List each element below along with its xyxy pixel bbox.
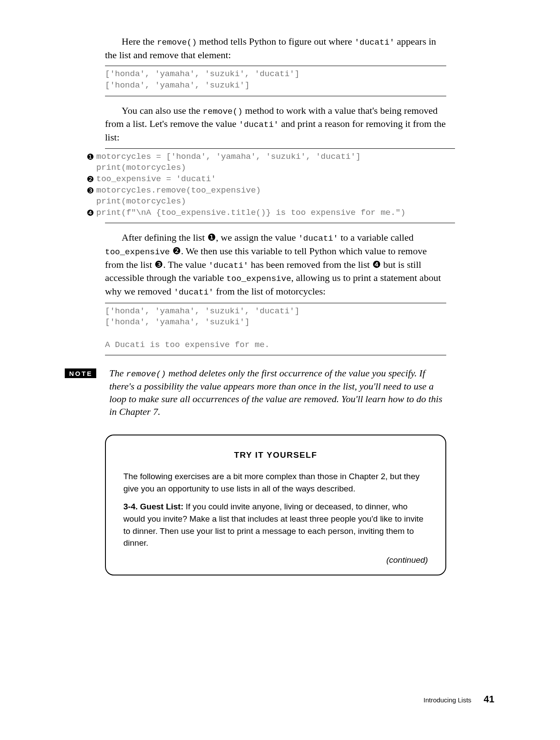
rule bbox=[105, 66, 446, 66]
inline-code: 'ducati' bbox=[298, 234, 338, 243]
inline-code: remove() bbox=[157, 38, 197, 47]
code-line: print(motorcycles) bbox=[96, 196, 446, 207]
note-label: NOTE bbox=[65, 368, 96, 378]
code-line: ❸motorcycles.remove(too_expensive) bbox=[96, 185, 446, 196]
paragraph-2: You can also use the remove() method to … bbox=[105, 104, 446, 144]
code-line: ❶motorcycles = ['honda', 'yamaha', 'suzu… bbox=[96, 151, 446, 163]
annotation-marker-blank bbox=[87, 196, 96, 207]
code-text: print(motorcycles) bbox=[96, 162, 186, 174]
rule bbox=[105, 148, 455, 149]
annotation-marker-1: ❶ bbox=[87, 151, 96, 163]
tiy-continued: (continued) bbox=[123, 555, 428, 565]
text: , we assign the value bbox=[216, 232, 298, 243]
try-it-yourself-box: TRY IT YOURSELF The following exercises … bbox=[105, 435, 446, 575]
code-text: motorcycles = ['honda', 'yamaha', 'suzuk… bbox=[96, 151, 360, 163]
page-content: Here the remove() method tells Python to… bbox=[61, 35, 499, 575]
rule bbox=[105, 303, 446, 303]
inline-code: remove() bbox=[203, 107, 242, 116]
code-text: print(motorcycles) bbox=[96, 196, 186, 207]
inline-marker-1: ❶ bbox=[207, 232, 216, 243]
inline-marker-3: ❸ bbox=[154, 259, 163, 270]
text: has been removed from the list bbox=[248, 259, 372, 270]
rule bbox=[105, 96, 446, 96]
text: method tells Python to figure out where bbox=[197, 36, 355, 47]
note-body: The remove() method deletes only the fir… bbox=[109, 367, 451, 418]
code-text: motorcycles.remove(too_expensive) bbox=[96, 185, 261, 196]
code-line: ❹print(f"\nA {too_expensive.title()} is … bbox=[96, 207, 446, 219]
note-block: NOTE The remove() method deletes only th… bbox=[61, 367, 499, 418]
inline-code: too_expensive bbox=[226, 274, 291, 284]
annotation-marker-2: ❷ bbox=[87, 174, 96, 185]
paragraph-3: After defining the list ❶, we assign the… bbox=[105, 231, 446, 298]
tiy-intro: The following exercises are a bit more c… bbox=[123, 470, 428, 495]
code-line: print(motorcycles) bbox=[96, 162, 446, 174]
text: After defining the list bbox=[122, 232, 207, 243]
text: The bbox=[109, 368, 126, 379]
annotation-marker-4: ❹ bbox=[87, 207, 96, 219]
text: You can also use the bbox=[122, 105, 203, 116]
output-block-1: ['honda', 'yamaha', 'suzuki', 'ducati'] … bbox=[105, 69, 446, 91]
tiy-title: TRY IT YOURSELF bbox=[123, 450, 428, 460]
inline-code: 'ducati' bbox=[354, 38, 394, 47]
tiy-exercise-3-4: 3-4. Guest List: If you could invite any… bbox=[123, 501, 428, 549]
rule bbox=[105, 355, 446, 355]
code-text: print(f"\nA {too_expensive.title()} is t… bbox=[96, 207, 406, 219]
body-column: Here the remove() method tells Python to… bbox=[105, 35, 446, 144]
text: Here the bbox=[122, 36, 157, 47]
text: to a variable called bbox=[338, 232, 413, 243]
inline-code: too_expensive bbox=[105, 247, 170, 257]
code-line: ❷too_expensive = 'ducati' bbox=[96, 174, 446, 185]
exercise-label: 3-4. Guest List: bbox=[123, 502, 183, 511]
paragraph-1: Here the remove() method tells Python to… bbox=[105, 35, 446, 61]
annotation-marker-blank bbox=[87, 162, 96, 174]
annotation-marker-3: ❸ bbox=[87, 185, 96, 196]
inline-marker-2: ❷ bbox=[172, 245, 181, 256]
text: . The value bbox=[163, 259, 208, 270]
code-text: too_expensive = 'ducati' bbox=[96, 174, 216, 185]
page-footer: Introducing Lists 41 bbox=[424, 694, 494, 705]
body-column: After defining the list ❶, we assign the… bbox=[105, 231, 446, 355]
inline-code: 'ducati' bbox=[239, 120, 279, 130]
code-line: A Ducati is too expensive for me. bbox=[105, 340, 270, 350]
output-block-2: ['honda', 'yamaha', 'suzuki', 'ducati'] … bbox=[105, 306, 446, 351]
code-line: ['honda', 'yamaha', 'suzuki'] bbox=[105, 317, 250, 327]
inline-code: 'ducati' bbox=[209, 261, 248, 270]
inline-code: 'ducati' bbox=[174, 288, 214, 297]
code-line: ['honda', 'yamaha', 'suzuki', 'ducati'] bbox=[105, 306, 300, 316]
annotated-code-block: ❶motorcycles = ['honda', 'yamaha', 'suzu… bbox=[96, 148, 446, 224]
inline-marker-4: ❹ bbox=[372, 259, 381, 270]
rule bbox=[105, 223, 455, 223]
code-line: ['honda', 'yamaha', 'suzuki', 'ducati'] bbox=[105, 69, 300, 79]
text: from the list of motorcycles: bbox=[214, 286, 326, 297]
page-number: 41 bbox=[484, 694, 494, 705]
inline-code: remove() bbox=[126, 369, 166, 379]
code-line: ['honda', 'yamaha', 'suzuki'] bbox=[105, 81, 250, 90]
chapter-title: Introducing Lists bbox=[424, 696, 471, 704]
